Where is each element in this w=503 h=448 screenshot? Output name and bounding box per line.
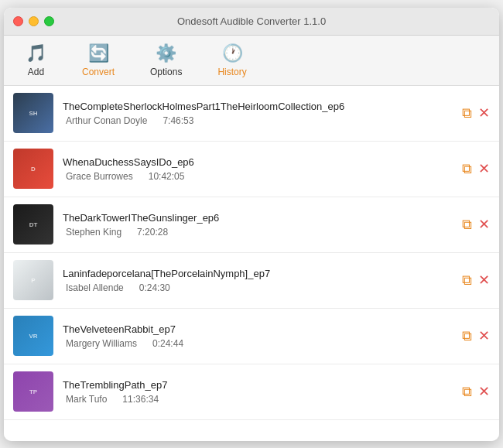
book-author: Margery Williams (66, 338, 137, 349)
edit-button[interactable]: ⧉ (462, 329, 472, 343)
book-meta: Isabel Allende 0:24:30 (63, 282, 453, 293)
delete-button[interactable]: ✕ (478, 273, 490, 287)
book-duration: 0:24:30 (139, 282, 170, 293)
title-bar: Ondesoft Audible Converter 1.1.0 (4, 8, 499, 36)
table-row: D WhenaDuchessSaysIDo_ep6 Grace Burrowes… (4, 142, 499, 197)
table-row: VR TheVelveteenRabbit_ep7 Margery Willia… (4, 309, 499, 364)
edit-button[interactable]: ⧉ (462, 106, 472, 120)
book-meta: Arthur Conan Doyle 7:46:53 (63, 115, 453, 126)
book-cover: VR (13, 316, 53, 356)
book-actions: ⧉ ✕ (462, 385, 490, 398)
app-window: Ondesoft Audible Converter 1.1.0 🎵 Add 🔄… (4, 8, 499, 441)
table-row: P Laninfadeporcelana[ThePorcelainNymph]_… (4, 253, 499, 309)
delete-button[interactable]: ✕ (478, 329, 490, 343)
convert-label: Convert (82, 67, 115, 77)
toolbar: 🎵 Add 🔄 Convert ⚙️ Options 🕐 History (4, 36, 499, 86)
book-cover: D (13, 149, 53, 189)
book-info: TheTremblingPath_ep7 Mark Tufo 11:36:34 (63, 379, 453, 405)
table-row: SH TheCompleteSherlockHolmesPart1TheHeir… (4, 86, 499, 142)
book-meta: Mark Tufo 11:36:34 (63, 394, 453, 405)
book-duration: 10:42:05 (149, 171, 185, 182)
history-label: History (217, 67, 246, 77)
toolbar-options[interactable]: ⚙️ Options (144, 40, 188, 80)
book-duration: 7:46:53 (163, 115, 193, 126)
book-title: TheDarkTowerITheGunslinger_ep6 (63, 212, 453, 224)
options-label: Options (150, 67, 182, 77)
book-title: Laninfadeporcelana[ThePorcelainNymph]_ep… (63, 268, 453, 279)
book-meta: Grace Burrowes 10:42:05 (63, 171, 453, 182)
book-info: TheCompleteSherlockHolmesPart1TheHeirloo… (63, 101, 453, 126)
edit-button[interactable]: ⧉ (462, 162, 472, 176)
close-button[interactable] (13, 16, 23, 26)
book-title: TheCompleteSherlockHolmesPart1TheHeirloo… (63, 101, 453, 112)
book-duration: 0:24:44 (152, 338, 183, 349)
minimize-button[interactable] (29, 16, 39, 26)
book-title: TheVelveteenRabbit_ep7 (63, 323, 453, 335)
book-duration: 7:20:28 (137, 227, 168, 238)
add-icon: 🎵 (26, 43, 46, 63)
delete-button[interactable]: ✕ (478, 217, 490, 231)
traffic-lights (13, 16, 54, 26)
book-title: WhenaDuchessSaysIDo_ep6 (63, 156, 453, 168)
delete-button[interactable]: ✕ (478, 106, 490, 120)
book-actions: ⧉ ✕ (462, 329, 490, 343)
book-author: Stephen King (66, 227, 121, 238)
window-title: Ondesoft Audible Converter 1.1.0 (177, 15, 326, 27)
cover-text: SH (13, 93, 53, 133)
toolbar-history[interactable]: 🕐 History (211, 40, 252, 80)
cover-text: VR (13, 316, 53, 356)
book-actions: ⧉ ✕ (462, 217, 490, 231)
edit-button[interactable]: ⧉ (462, 385, 472, 398)
book-title: TheTremblingPath_ep7 (63, 379, 453, 391)
options-icon: ⚙️ (156, 43, 176, 63)
book-cover: TP (13, 371, 53, 412)
table-row: DT TheDarkTowerITheGunslinger_ep6 Stephe… (4, 197, 499, 253)
book-info: TheVelveteenRabbit_ep7 Margery Williams … (63, 323, 453, 349)
book-actions: ⧉ ✕ (462, 106, 490, 120)
delete-button[interactable]: ✕ (478, 162, 490, 176)
toolbar-add[interactable]: 🎵 Add (19, 40, 53, 80)
book-author: Isabel Allende (66, 282, 124, 293)
toolbar-convert[interactable]: 🔄 Convert (76, 40, 121, 80)
cover-text: P (13, 260, 53, 300)
book-info: Laninfadeporcelana[ThePorcelainNymph]_ep… (63, 268, 453, 293)
book-cover: P (13, 260, 53, 300)
book-author: Grace Burrowes (66, 171, 133, 182)
add-label: Add (28, 67, 44, 77)
book-author: Mark Tufo (66, 394, 107, 405)
book-info: TheDarkTowerITheGunslinger_ep6 Stephen K… (63, 212, 453, 238)
convert-icon: 🔄 (88, 43, 109, 63)
cover-text: D (13, 149, 53, 189)
edit-button[interactable]: ⧉ (462, 273, 472, 287)
edit-button[interactable]: ⧉ (462, 217, 472, 231)
book-meta: Stephen King 7:20:28 (63, 227, 453, 238)
book-author: Arthur Conan Doyle (66, 115, 147, 126)
book-cover: DT (13, 204, 53, 245)
book-duration: 11:36:34 (122, 394, 159, 405)
delete-button[interactable]: ✕ (478, 385, 490, 398)
cover-text: DT (13, 204, 53, 245)
history-icon: 🕐 (222, 43, 243, 63)
table-row: TP TheTremblingPath_ep7 Mark Tufo 11:36:… (4, 364, 499, 420)
book-actions: ⧉ ✕ (462, 273, 490, 287)
maximize-button[interactable] (44, 16, 54, 26)
cover-text: TP (13, 371, 53, 412)
book-list: SH TheCompleteSherlockHolmesPart1TheHeir… (4, 86, 499, 441)
book-cover: SH (13, 93, 53, 133)
book-meta: Margery Williams 0:24:44 (63, 338, 453, 349)
book-info: WhenaDuchessSaysIDo_ep6 Grace Burrowes 1… (63, 156, 453, 182)
book-actions: ⧉ ✕ (462, 162, 490, 176)
